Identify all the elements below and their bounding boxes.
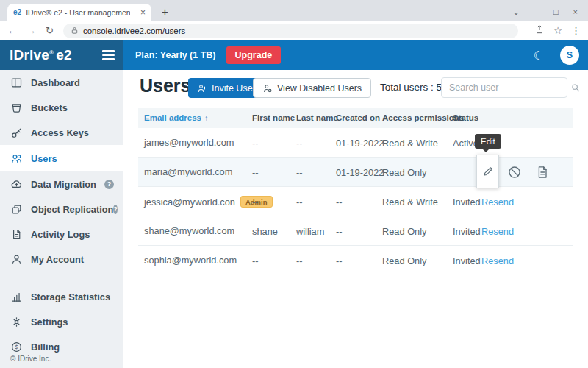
- column-status[interactable]: Status: [453, 113, 478, 122]
- user-created-on: --: [336, 226, 343, 237]
- users-table: Email address↑ First name Last name Crea…: [138, 108, 573, 275]
- sidebar-item-dashboard[interactable]: Dashboard: [0, 70, 123, 95]
- cloud-migration-icon: [10, 178, 23, 191]
- search-input[interactable]: [442, 82, 570, 93]
- table-header: Email address↑ First name Last name Crea…: [138, 108, 573, 128]
- resend-invite-link[interactable]: Resend: [481, 226, 514, 237]
- table-row[interactable]: sophia@myworld.com -- -- -- Read Only In…: [138, 246, 573, 275]
- column-email-address[interactable]: Email address↑: [144, 113, 208, 122]
- view-disabled-users-button[interactable]: View Disabled Users: [253, 78, 371, 98]
- sidebar-item-data-migration[interactable]: Data Migration ?: [0, 171, 123, 197]
- window-minimize-icon[interactable]: –: [534, 8, 539, 16]
- resend-invite-link[interactable]: Resend: [481, 197, 514, 208]
- tab-close-icon[interactable]: ×: [140, 7, 146, 18]
- user-email: sophia@myworld.com: [144, 255, 237, 266]
- sidebar-item-my-account[interactable]: My Account: [0, 247, 123, 272]
- user-created-on: 01-19-2022: [336, 138, 384, 149]
- resend-invite-link[interactable]: Resend: [481, 255, 514, 266]
- user-last-name: --: [296, 138, 303, 149]
- hamburger-menu-icon[interactable]: [102, 48, 115, 62]
- copyright-footer: © IDrive Inc.: [10, 355, 51, 363]
- column-first-name[interactable]: First name: [252, 113, 295, 122]
- key-icon: [10, 127, 23, 139]
- reload-icon[interactable]: ↻: [46, 25, 54, 36]
- user-access: Read Only: [382, 255, 426, 266]
- table-row[interactable]: james@myworld.com -- -- 01-19-2022 Read …: [138, 128, 573, 158]
- upgrade-button[interactable]: Upgrade: [226, 46, 282, 64]
- user-created-on: --: [336, 197, 343, 208]
- sidebar-divider: [6, 275, 118, 275]
- window-close-icon[interactable]: ×: [573, 8, 578, 16]
- document-log-icon: [535, 165, 550, 180]
- user-status: Invited: [453, 226, 481, 237]
- dashboard-icon: [10, 77, 23, 89]
- user-access: Read Only: [382, 226, 426, 237]
- users-icon: [10, 152, 23, 165]
- user-first-name: --: [252, 138, 259, 149]
- user-avatar[interactable]: S: [560, 46, 579, 65]
- search-icon[interactable]: [570, 82, 581, 93]
- sidebar-item-access-keys[interactable]: Access Keys: [0, 120, 123, 145]
- table-row[interactable]: shane@myworld.com shane william -- Read …: [138, 216, 573, 246]
- user-access: Read & Write: [382, 197, 438, 208]
- user-access: Read & Write: [382, 138, 438, 149]
- idrive-e2-logo: IDrive®e2: [10, 47, 72, 63]
- help-icon[interactable]: ?: [113, 205, 118, 214]
- help-icon[interactable]: ?: [104, 180, 114, 189]
- bucket-icon: [10, 102, 23, 114]
- sidebar-item-object-replication[interactable]: Object Replication ?: [0, 197, 123, 222]
- lock-icon: [71, 24, 79, 38]
- user-status: Invited: [453, 255, 481, 266]
- sidebar-item-storage-statistics[interactable]: Storage Statistics: [0, 284, 123, 309]
- person-add-icon: [197, 83, 207, 93]
- header-bar: Plan: Yearly (1 TB) Upgrade ☾ S: [123, 40, 588, 70]
- browser-menu-icon[interactable]: ⋮: [571, 25, 581, 36]
- forward-icon[interactable]: →: [26, 25, 36, 36]
- column-last-name[interactable]: Last name: [296, 113, 338, 122]
- search-box: [441, 77, 567, 98]
- user-email: maria@myworld.com: [144, 166, 232, 177]
- disable-user-button[interactable]: [507, 165, 522, 183]
- svg-text:$: $: [15, 344, 18, 350]
- app-header: IDrive®e2 Plan: Yearly (1 TB) Upgrade ☾ …: [0, 40, 588, 70]
- user-first-name: --: [252, 167, 259, 178]
- sidebar-item-buckets[interactable]: Buckets: [0, 95, 123, 120]
- new-tab-button[interactable]: +: [162, 5, 168, 18]
- user-created-on: 01-19-2022: [336, 167, 384, 178]
- logo-zone: IDrive®e2: [0, 40, 123, 70]
- user-logs-button[interactable]: [535, 165, 550, 183]
- edit-tooltip: Edit: [475, 134, 501, 149]
- page-title: Users: [140, 75, 191, 96]
- column-created-on[interactable]: Created on: [336, 113, 380, 122]
- browser-addressbar: ← → ↻ console.idrivee2.com/users ☆ ⋮: [0, 21, 588, 40]
- share-icon[interactable]: [526, 24, 545, 38]
- user-created-on: --: [336, 255, 343, 266]
- pencil-edit-icon: [482, 166, 494, 177]
- window-more-icon[interactable]: ⌄: [513, 8, 520, 16]
- user-last-name: --: [296, 255, 303, 266]
- account-person-icon: [10, 253, 23, 266]
- browser-tab[interactable]: e2 IDrive® e2 - User management ×: [7, 4, 151, 21]
- sidebar-item-users[interactable]: Users: [0, 145, 123, 171]
- screen: e2 IDrive® e2 - User management × + ⌄ – …: [0, 0, 588, 368]
- dark-mode-moon-icon[interactable]: ☾: [534, 49, 544, 63]
- browser-titlebar: e2 IDrive® e2 - User management × + ⌄ – …: [0, 0, 588, 21]
- main-content: Users Invite User View Disabled Users To…: [123, 70, 588, 368]
- edit-user-button[interactable]: [476, 155, 499, 188]
- window-controls: ⌄ – □ ×: [513, 8, 588, 16]
- user-last-name: --: [296, 197, 303, 208]
- sort-ascending-icon: ↑: [204, 113, 209, 122]
- column-access-permissions[interactable]: Access permissions: [382, 113, 464, 122]
- bookmark-star-icon[interactable]: ☆: [553, 25, 562, 36]
- sidebar-item-settings[interactable]: Settings: [0, 309, 123, 334]
- table-row[interactable]: jessica@myworld.conAdmin -- -- -- Read &…: [138, 187, 573, 216]
- url-bar[interactable]: console.idrivee2.com/users: [63, 24, 518, 38]
- user-last-name: --: [296, 167, 303, 178]
- replication-copy-icon: [10, 203, 23, 216]
- user-last-name: william: [296, 226, 324, 237]
- back-icon[interactable]: ←: [7, 25, 17, 36]
- table-row-hovered[interactable]: maria@myworld.com -- -- 01-19-2022 Read …: [138, 158, 573, 187]
- activity-logs-icon: [10, 228, 23, 241]
- sidebar-item-activity-logs[interactable]: Activity Logs: [0, 222, 123, 247]
- window-maximize-icon[interactable]: □: [553, 8, 559, 16]
